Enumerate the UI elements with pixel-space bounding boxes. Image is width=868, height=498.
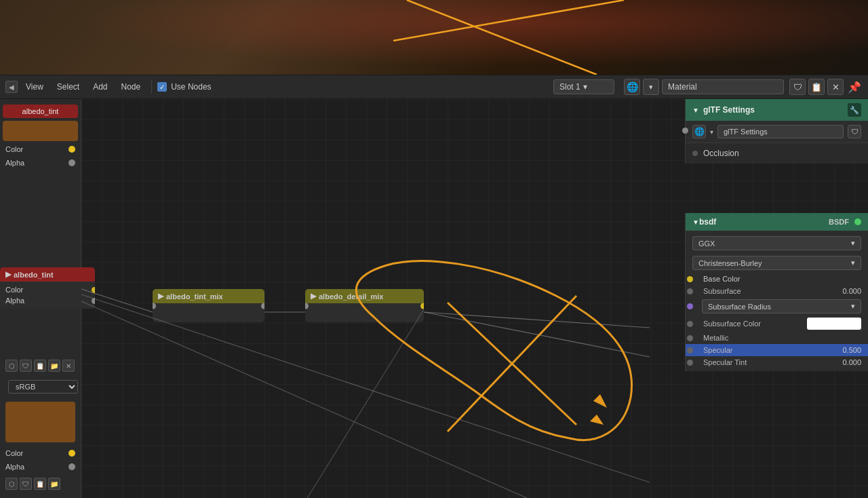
svg-line-15 [448,303,576,425]
toolbar-right-icons: 🛡 📋 ✕ [789,79,844,95]
left-panel-alpha-row: Alpha [3,157,78,168]
specular-tint-dot [687,360,693,366]
albedo-detail-mix-header: ▶ albedo_detail_mix [305,289,424,303]
toolbar: ◀ View Select Add Node ✓ Use Nodes Slot … [0,75,868,99]
left-panel-color-row: Color [3,144,78,155]
separator-1 [151,80,152,94]
occlusion-dot [692,151,698,156]
left-panel-orange-node [3,121,78,141]
svg-line-6 [81,294,650,482]
ctrl-btn-7[interactable]: 🛡 [20,478,32,490]
alpha-output-dot [92,298,95,304]
albedo-tint-header-label: albedo_tint [3,104,78,118]
view-menu[interactable]: View [20,79,49,94]
metallic-dot [687,335,693,341]
svg-line-14 [448,296,576,432]
albedo-detail-mix-body [305,303,424,322]
christensen-dropdown[interactable]: Christensen-Burley ▾ [692,256,861,270]
gltf-globe-btn[interactable]: 🌐 [692,125,706,138]
gltf-icon-btn[interactable]: 🔧 [848,103,861,117]
svg-line-5 [424,312,650,357]
albedo-tint-alpha-row: Alpha [0,295,95,306]
gltf-sub-header: 🌐 ▾ glTF Settings 🛡 [686,121,868,143]
left-panel-color-row-2: Color [3,448,78,459]
gltf-connection-dot [682,128,688,134]
collapse-btn[interactable]: ◀ [5,81,18,93]
bsdf-metallic-row: Metallic [686,332,868,344]
subsurface-color-swatch[interactable] [807,318,861,330]
copy-button[interactable]: 📋 [808,79,825,95]
left-panel-alpha-row-2: Alpha [3,461,78,472]
ctrl-btn-4[interactable]: 📁 [48,360,60,372]
ctrl-btn-9[interactable]: 📁 [48,478,60,490]
gltf-collapse-arrow[interactable]: ▼ [692,107,699,114]
bsdf-ggx-row: GGX ▾ [686,233,868,253]
albedo-tint-node[interactable]: ▶ albedo_tint Color Alpha [0,267,95,309]
svg-marker-13 [593,394,607,408]
close-button[interactable]: ✕ [827,79,844,95]
alpha-dot-2 [68,463,75,470]
subsurface-radius-dropdown[interactable]: Subsurface Radius ▾ [702,299,861,313]
albedo-tint-header: ▶ albedo_tint [0,267,95,282]
albedo-tint-mix-header: ▶ albedo_tint_mix [153,289,264,303]
albedo-tint-body: Color Alpha [0,282,95,309]
tint-mix-output-dot [261,303,264,309]
add-menu[interactable]: Add [87,79,113,94]
use-nodes-checkbox[interactable]: ✓ Use Nodes [157,82,211,92]
left-panel-controls: ⬡ 🛡 📋 📁 ✕ [3,357,78,375]
bsdf-collapse-arrow[interactable]: ▼ [692,218,699,226]
ctrl-btn-8[interactable]: 📋 [34,478,46,490]
bsdf-header: ▼ bsdf BSDF [686,213,868,231]
svg-marker-16 [590,415,604,425]
bsdf-specular-tint-row: Specular Tint 0.000 [686,356,868,368]
gltf-occlusion-row: Occlusion [686,143,868,164]
bsdf-subsurface-radius-row: Subsurface Radius ▾ [686,297,868,315]
color-output-dot [92,287,95,293]
albedo-tint-mix-body [153,303,264,322]
svg-line-1 [393,0,624,41]
select-menu[interactable]: Select [52,79,85,94]
bsdf-subsurface-color-row: Subsurface Color [686,315,868,332]
base-color-dot [687,276,693,282]
ctrl-btn-5[interactable]: ✕ [62,360,75,372]
node-menu[interactable]: Node [116,79,146,94]
albedo-tint-mix-node[interactable]: ▶ albedo_tint_mix [153,289,264,322]
bsdf-base-color-row: Base Color [686,273,868,285]
svg-line-10 [278,309,424,498]
material-name-input[interactable] [662,79,784,94]
globe-button[interactable]: 🌐 [624,79,640,95]
color-dot [68,146,75,153]
alpha-dot [68,159,75,166]
node-arrow-icon: ▶ [5,270,11,279]
ctrl-btn-1[interactable]: ⬡ [5,360,18,372]
gltf-dropdown[interactable]: glTF Settings [717,125,844,138]
slot-dropdown[interactable]: Slot 1 ▾ [553,79,614,94]
pin-button[interactable]: 📌 [846,79,863,95]
ctrl-btn-3[interactable]: 📋 [34,360,46,372]
checkbox-indicator: ✓ [157,82,167,92]
gltf-shield-btn[interactable]: 🛡 [848,125,861,138]
albedo-detail-mix-node[interactable]: ▶ albedo_detail_mix [305,289,424,322]
ggx-dropdown[interactable]: GGX ▾ [692,236,861,250]
svg-line-4 [424,312,650,328]
subsurface-radius-dot [687,303,693,309]
bsdf-christensen-row: Christensen-Burley ▾ [686,253,868,273]
color-dot-2 [68,450,75,457]
bsdf-panel: ▼ bsdf BSDF GGX ▾ Christensen-Burley ▾ [685,213,868,371]
bsdf-output-dot [854,218,861,225]
ctrl-btn-2[interactable]: 🛡 [20,360,32,372]
left-panel-controls-2: ⬡ 🛡 📋 📁 [3,475,78,493]
bsdf-specular-row: Specular 0.500 [686,344,868,356]
subsurface-dot [687,288,693,294]
ctrl-btn-6[interactable]: ⬡ [5,478,18,490]
specular-dot [687,347,693,353]
globe-arrow-button[interactable]: ▾ [643,79,659,95]
gltf-settings-panel: ▼ glTF Settings 🔧 🌐 ▾ glTF Settings 🛡 Oc… [685,99,868,164]
node-arrow-icon-3: ▶ [311,292,316,301]
node-editor: albedo_tint Color Alpha ⬡ 🛡 📋 📁 ✕ sRGB C… [0,99,868,498]
bsdf-subsurface-row: Subsurface 0.000 [686,285,868,297]
shield-button[interactable]: 🛡 [789,79,806,95]
node-arrow-icon-2: ▶ [158,292,163,301]
left-panel-dropdown-1[interactable]: sRGB [8,380,78,394]
gltf-header: ▼ glTF Settings 🔧 [686,99,868,121]
